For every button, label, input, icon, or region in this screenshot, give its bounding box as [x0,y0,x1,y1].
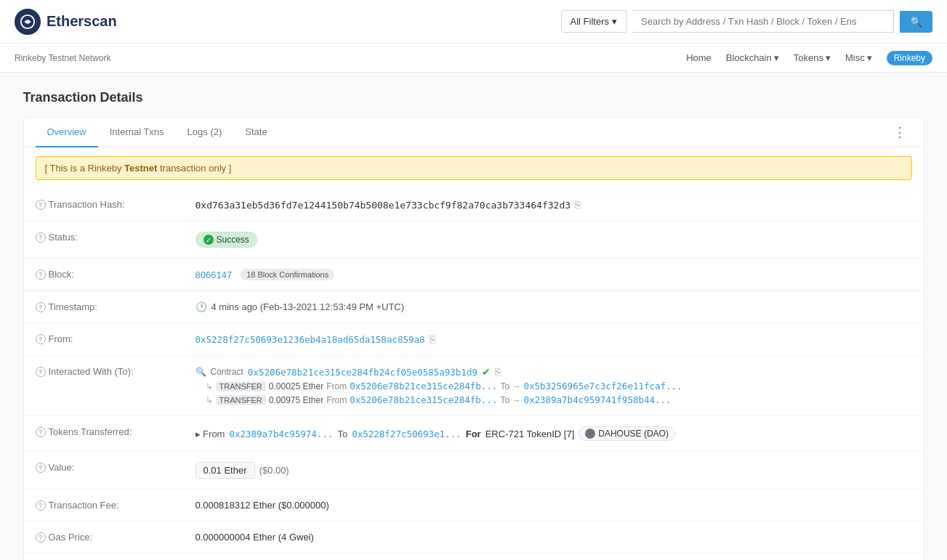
timestamp-help-icon[interactable]: ? [36,302,46,312]
transfer1-from-link[interactable]: 0x5206e78b21ce315ce284fb... [350,381,497,391]
status-badge: Success [196,232,257,248]
status-label: ? Status: [36,232,196,243]
block-row: ? Block: 8066147 18 Block Confirmations [24,259,924,291]
etherscan-logo-svg [20,14,36,30]
txhash-label: ? Transaction Hash: [36,199,196,210]
nav-blockchain[interactable]: Blockchain ▾ [726,52,779,63]
block-confirmations: 18 Block Confirmations [241,269,334,280]
contract-address-link[interactable]: 0x5206e78b21ce315ce284fb24cf05e0585a93b1… [248,367,477,378]
token-to-link[interactable]: 0x5228f27c50693e1... [352,429,462,439]
nav-tokens[interactable]: Tokens ▾ [794,52,831,63]
copy-from-icon[interactable]: ⎘ [430,333,435,345]
tree-branch2-icon: ↳ [206,395,213,405]
tab-overview[interactable]: Overview [36,118,98,147]
search-input[interactable] [632,10,894,33]
fee-row: ? Transaction Fee: 0.000818312 Ether ($0… [24,490,924,522]
gas-row: ? Gas Price: 0.000000004 Ether (4 Gwei) [24,522,924,553]
search-icon: 🔍 [910,16,922,28]
interacted-value: 🔍 Contract 0x5206e78b21ce315ce284fb24cf0… [196,366,912,405]
transfer2-from-link[interactable]: 0x5206e78b21ce315ce284fb... [350,394,497,405]
fee-amount: 0.000818312 Ether ($0.000000) [196,500,329,511]
transfer2-to-link[interactable]: 0x2389a7b4c959741f958b44... [523,394,671,405]
from-row: ? From: 0x5228f27c50693e1236eb4a18ad65da… [24,323,924,356]
gas-label: ? Gas Price: [36,532,196,543]
page-title: Transaction Details [23,90,924,105]
token-for-label: For [466,429,481,439]
tab-logs[interactable]: Logs (2) [176,118,234,147]
tabs-more-button[interactable]: ⋮ [887,118,912,146]
nav-misc[interactable]: Misc ▾ [845,52,872,63]
transfer2-line: ↳ TRANSFER 0.00975 Ether From 0x5206e78b… [196,394,682,405]
filter-label: All Filters [571,16,609,27]
token-name-badge[interactable]: DAHOUSE (DAO) [579,426,675,441]
fee-help-icon[interactable]: ? [36,500,46,511]
tab-internal-txns[interactable]: Internal Txns [98,118,176,147]
interacted-help-icon[interactable]: ? [36,367,46,377]
testnet-alert: [ This is a Rinkeby Testnet transaction … [36,156,912,180]
see-more-area: Click to see More ⬇ [24,553,924,560]
block-label: ? Block: [36,269,196,280]
chevron-down-icon: ▾ [612,16,617,27]
clock-icon: 🕐 [196,301,207,312]
interacted-row: ? Interacted With (To): 🔍 Contract 0x520… [24,356,924,416]
value-row: ? Value: 0.01 Ether ($0.00) [24,452,924,490]
tokens-help-icon[interactable]: ? [36,427,46,437]
timestamp-value: 🕐 4 mins ago (Feb-13-2021 12:53:49 PM +U… [196,301,912,312]
logo-text: Etherscan [47,13,117,30]
from-value: 0x5228f27c50693e1236eb4a18ad65da158ac859… [196,333,912,345]
tree-branch-icon: ↳ [206,381,213,391]
status-value: Success [196,232,912,248]
fee-label: ? Transaction Fee: [36,500,196,511]
from-address-link[interactable]: 0x5228f27c50693e1236eb4a18ad65da158ac859… [196,334,425,345]
chevron-down-icon: ▾ [867,52,872,63]
nav-home[interactable]: Home [686,52,712,63]
gas-help-icon[interactable]: ? [36,532,46,543]
search-contract-icon: 🔍 [196,367,206,377]
timestamp-label: ? Timestamp: [36,301,196,312]
token-to-prefix: To [337,429,347,439]
copy-txhash-icon[interactable]: ⎘ [575,199,581,211]
token-circle-icon [585,429,595,439]
timestamp-text: 4 mins ago (Feb-13-2021 12:53:49 PM +UTC… [211,301,405,312]
transfer1-line: ↳ TRANSFER 0.00025 Ether From 0x5206e78b… [196,381,682,391]
txhash-row: ? Transaction Hash: 0xd763a31eb5d36fd7e1… [24,189,924,222]
timestamp-row: ? Timestamp: 🕐 4 mins ago (Feb-13-2021 1… [24,291,924,323]
tab-state[interactable]: State [233,118,278,147]
nav-links: Home Blockchain ▾ Tokens ▾ Misc ▾ Rinkeb… [686,51,932,65]
token-from-link[interactable]: 0x2389a7b4c95974... [229,429,333,439]
search-button[interactable]: 🔍 [900,11,932,33]
tokens-label: ? Tokens Transferred: [36,426,196,437]
transaction-card: Overview Internal Txns Logs (2) State ⋮ … [23,117,924,560]
block-value: 8066147 18 Block Confirmations [196,269,912,280]
transfer1-amount: 0.00025 Ether [269,381,323,391]
transfer2-tag: TRANSFER [216,395,266,405]
from-help-icon[interactable]: ? [36,334,46,344]
verified-icon: ✔ [482,366,491,378]
header: Etherscan All Filters ▾ 🔍 [0,0,947,44]
filter-dropdown-button[interactable]: All Filters ▾ [561,10,626,33]
transfer2-amount: 0.00975 Ether [269,395,323,405]
from-label: ? From: [36,333,196,344]
txhash-help-icon[interactable]: ? [36,200,46,210]
transfer1-to-link[interactable]: 0x5b3256965e7c3cf26e11fcaf... [523,381,682,391]
block-number-link[interactable]: 8066147 [196,269,233,280]
network-pill[interactable]: Rinkeby [887,51,932,65]
main-content: Transaction Details Overview Internal Tx… [9,73,939,560]
gas-price: 0.000000004 Ether (4 Gwei) [196,532,314,543]
chevron-down-icon: ▾ [826,52,831,63]
token-from-prefix: ▸ From [196,429,225,439]
logo: Etherscan [15,9,117,35]
copy-contract-icon[interactable]: ⎘ [495,366,501,378]
contract-line: 🔍 Contract 0x5206e78b21ce315ce284fb24cf0… [196,366,682,378]
gas-value: 0.000000004 Ether (4 Gwei) [196,532,912,543]
logo-icon [15,9,41,35]
value-help-icon[interactable]: ? [36,463,46,473]
value-label: ? Value: [36,462,196,473]
status-help-icon[interactable]: ? [36,232,46,243]
chevron-down-icon: ▾ [774,52,779,63]
token-name: DAHOUSE (DAO) [598,429,669,439]
ether-value: 0.01 Ether [196,462,255,479]
value-value: 0.01 Ether ($0.00) [196,462,912,479]
block-help-icon[interactable]: ? [36,269,46,280]
usd-value: ($0.00) [259,465,289,476]
